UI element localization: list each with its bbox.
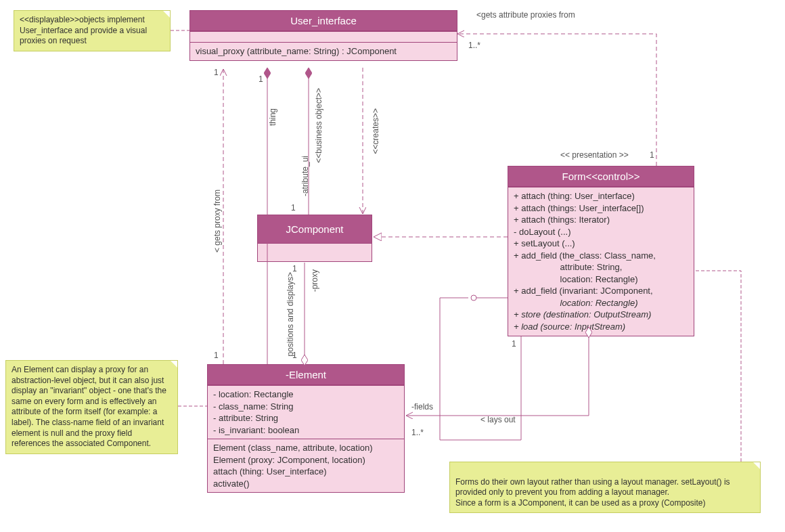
op: attach (thing: User_interface) [213,466,399,478]
class-element: -Element - location: Rectangle - class_n… [207,364,405,493]
class-title: -Element [208,365,404,385]
label-thing: thing [268,108,277,126]
op: Element (proxy: JComponent, location) [213,454,399,466]
label-atribute-ui: -atribute_ui [300,156,310,196]
label-fields: -fields [411,402,433,412]
op: - doLayout (...) [514,226,688,238]
op: location: Rectangle) [514,297,688,309]
op: location: Rectangle) [514,273,688,286]
label-presentation: << presentation >> [560,150,629,160]
label-one-pos-bot: 1 [292,351,297,360]
class-title: Form<<control>> [508,167,694,187]
class-title: JComponent [258,215,372,244]
op: activate() [213,478,399,490]
note-text: Forms do their own layout rather than us… [455,477,730,508]
op: Element (class_name, attribute, location… [213,442,399,454]
op: attribute: String, [514,261,688,273]
label-business-object: <<business object>> [314,88,323,163]
op: + add_field (the_class: Class_name, [514,250,688,262]
class-attrs: - location: Rectangle - class_name: Stri… [208,385,404,439]
op: + add_field (invariant: JComponent, [514,285,688,297]
attr: - class_name: String [213,401,399,413]
label-one-proxy-bot: 1 [214,351,219,360]
op: + attach (thing: User_interface) [514,190,688,202]
attr: - attribute: String [213,412,399,424]
label-one-pres: 1 [650,150,654,160]
label-one-form: 1 [512,339,516,349]
class-title: User_interface [190,11,457,31]
note-form: Forms do their own layout rather than us… [449,462,761,513]
label-gets-attr-proxies: <gets attribute proxies from [476,10,575,20]
note-element: An Element can display a proxy for an ab… [5,360,178,454]
class-op: visual_proxy (attribute_name: String) : … [190,42,457,60]
label-one-pos-top: 1 [292,264,297,273]
label-one-star-top: 1..* [468,41,480,50]
class-ops: + attach (thing: User_interface) + attac… [508,187,694,336]
label-one-proxy-top: 1 [214,68,219,77]
label-gets-proxy: < gets proxy from [212,190,222,252]
op: + setLayout (...) [514,238,688,250]
note-text: <<displayable>>objects implement User_in… [20,15,147,45]
op: + attach (things: User_interface[]) [514,202,688,215]
attr: - is_invariant: boolean [213,424,399,437]
note-displayable: <<displayable>>objects implement User_in… [14,10,171,51]
label-one-star-fields: 1..* [411,428,424,437]
class-form: Form<<control>> + attach (thing: User_in… [508,166,694,336]
label-one-thing: 1 [259,74,263,84]
class-ops: Element (class_name, attribute, location… [208,439,404,492]
label-creates: <<creates>> [371,108,380,154]
attr: - location: Rectangle [213,389,399,401]
class-jcomponent: JComponent [257,215,372,262]
label-one-attr: 1 [291,203,296,213]
label-positions-displays: positions and displays> [286,272,295,356]
label-proxy: -proxy [310,269,319,292]
op: + store (destination: OutputStream) [514,309,688,321]
op: + attach (things: Iterator) [514,214,688,226]
label-lays-out: < lays out [480,415,516,424]
class-user-interface: User_interface visual_proxy (attribute_n… [189,10,457,61]
txt: <gets attribute proxies from [476,10,575,20]
op: + load (source: InputStream) [514,321,688,333]
note-text: An Element can display a proxy for an ab… [12,365,166,448]
